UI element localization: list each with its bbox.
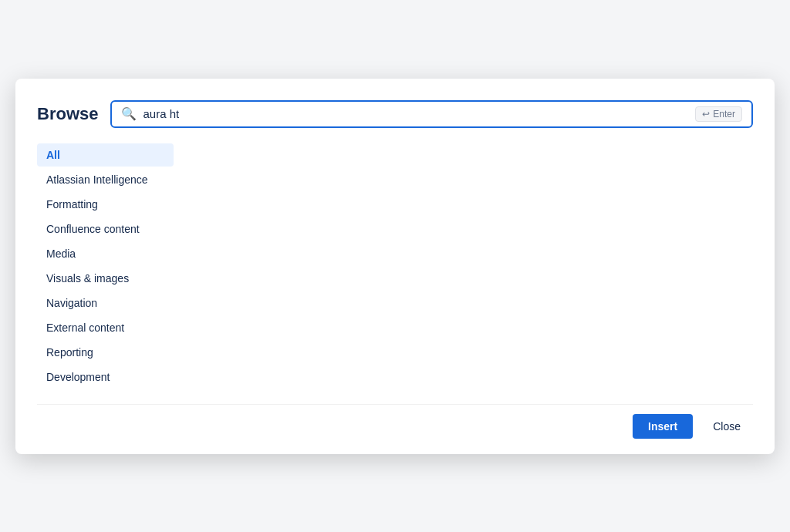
modal-body: AllAtlassian IntelligenceFormattingConfl… xyxy=(37,143,753,390)
insert-button[interactable]: Insert xyxy=(633,414,693,439)
search-icon: 🔍 xyxy=(121,106,137,121)
sidebar-item-development[interactable]: Development xyxy=(37,365,174,389)
sidebar-item-navigation[interactable]: Navigation xyxy=(37,291,174,315)
enter-icon: ↩ xyxy=(702,109,710,120)
modal-title: Browse xyxy=(37,104,98,124)
close-button[interactable]: Close xyxy=(701,414,753,439)
macro-grid xyxy=(180,143,753,390)
sidebar-item-external-content[interactable]: External content xyxy=(37,316,174,339)
search-bar: 🔍 ↩ Enter xyxy=(110,100,753,128)
sidebar-item-formatting[interactable]: Formatting xyxy=(37,193,174,216)
browse-modal: Browse 🔍 ↩ Enter AllAtlassian Intelligen… xyxy=(15,79,775,454)
sidebar-item-visuals-images[interactable]: Visuals & images xyxy=(37,267,174,290)
modal-footer: Insert Close xyxy=(37,404,753,439)
sidebar-item-confluence-content[interactable]: Confluence content xyxy=(37,217,174,241)
sidebar-item-atlassian-intelligence[interactable]: Atlassian Intelligence xyxy=(37,168,174,191)
sidebar: AllAtlassian IntelligenceFormattingConfl… xyxy=(37,143,180,390)
modal-header: Browse 🔍 ↩ Enter xyxy=(37,100,753,128)
sidebar-item-media[interactable]: Media xyxy=(37,242,174,265)
sidebar-item-reporting[interactable]: Reporting xyxy=(37,341,174,364)
search-input[interactable] xyxy=(143,107,689,120)
enter-badge: ↩ Enter xyxy=(695,106,742,122)
sidebar-item-all[interactable]: All xyxy=(37,143,174,167)
